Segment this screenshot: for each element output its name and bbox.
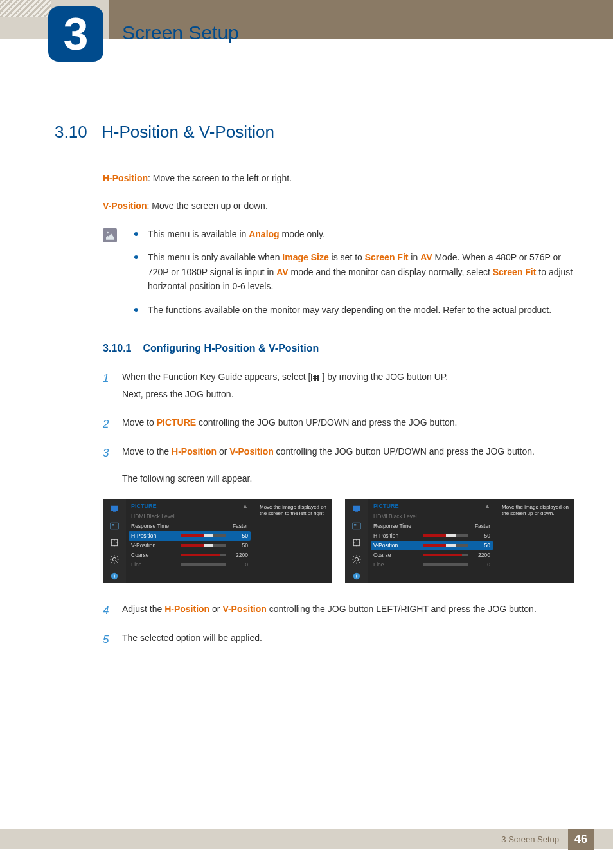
slider-icon — [181, 544, 226, 547]
osd-row-coarse: Coarse2200 — [129, 550, 251, 560]
resize-icon — [108, 536, 121, 548]
osd-icon-column — [345, 499, 368, 583]
slider-icon — [423, 554, 468, 556]
footer-bar: 3 Screen Setup 46 — [0, 829, 613, 849]
section-title: H-Position & V-Position — [102, 122, 274, 142]
header-hatched — [0, 0, 51, 17]
monitor-icon — [350, 503, 363, 515]
osd-panel-hposition: PICTURE▲ HDMI Black Level Response TimeF… — [103, 499, 332, 583]
svg-rect-10 — [353, 505, 360, 511]
resize-icon — [350, 536, 363, 548]
osd-row-vposition: V-Position50 — [129, 541, 251, 550]
osd-row-coarse: Coarse2200 — [371, 550, 493, 560]
picture-icon — [108, 520, 121, 532]
monitor-icon — [108, 503, 121, 515]
slider-icon — [423, 534, 468, 537]
svg-rect-2 — [113, 511, 116, 512]
up-arrow-icon: ▲ — [242, 503, 248, 509]
osd-title: PICTURE — [131, 503, 157, 509]
osd-row-vposition-selected: V-Position50 — [371, 541, 493, 550]
osd-row-response: Response TimeFaster — [129, 521, 251, 531]
step-2: 2 Move to PICTURE controlling the JOG bu… — [103, 414, 574, 431]
hposition-label: H-Position — [103, 173, 148, 183]
osd-row-response: Response TimeFaster — [371, 521, 493, 531]
osd-description: Move the image displayed on the screen u… — [497, 499, 574, 583]
svg-point-6 — [112, 557, 116, 561]
step-5: 5 The selected option will be applied. — [103, 629, 574, 647]
chapter-badge: 3 — [48, 6, 103, 62]
svg-rect-12 — [353, 523, 360, 529]
osd-row-hposition: H-Position50 — [371, 531, 493, 541]
step-number: 1 — [103, 368, 109, 389]
picture-icon — [350, 520, 363, 532]
osd-main-column: PICTURE▲ HDMI Black Level Response TimeF… — [368, 499, 497, 583]
step-number: 5 — [103, 629, 109, 650]
vposition-label: V-Position — [103, 201, 147, 211]
osd-icon-column — [103, 499, 126, 583]
svg-rect-17 — [356, 575, 357, 578]
note-icon — [103, 228, 117, 242]
gear-icon — [108, 554, 121, 566]
svg-rect-9 — [114, 574, 114, 574]
slider-icon — [423, 544, 468, 547]
osd-main-column: PICTURE▲ HDMI Black Level Response TimeF… — [126, 499, 254, 583]
section-heading: 3.10 H-Position & V-Position — [55, 122, 574, 142]
chapter-number: 3 — [64, 12, 89, 57]
svg-rect-13 — [354, 524, 356, 525]
step-number: 2 — [103, 414, 109, 435]
step-number: 4 — [103, 601, 109, 621]
osd-row-fine: Fine0 — [371, 560, 493, 570]
slider-icon — [181, 563, 226, 566]
up-arrow-icon: ▲ — [484, 503, 490, 509]
osd-panel-vposition: PICTURE▲ HDMI Black Level Response TimeF… — [345, 499, 574, 583]
osd-row-hdmi: HDMI Black Level — [371, 512, 493, 521]
slider-icon — [181, 554, 226, 556]
section-number: 3.10 — [55, 122, 87, 142]
svg-rect-3 — [111, 523, 118, 529]
svg-rect-8 — [114, 575, 114, 578]
step-3: 3 Move to the H-Position or V-Position c… — [103, 443, 574, 487]
note-item-vary: The functions available on the monitor m… — [134, 303, 574, 317]
gear-icon — [350, 554, 363, 566]
intro-vposition: V-Position: Move the screen up or down. — [103, 199, 574, 213]
osd-description: Move the image displayed on the screen t… — [254, 499, 332, 583]
page-number: 46 — [568, 829, 594, 850]
chapter-title: Screen Setup — [122, 22, 239, 44]
osd-row-hdmi: HDMI Black Level — [129, 512, 251, 521]
note-item-image-size: This menu is only available when Image S… — [134, 250, 574, 293]
subsection-heading: 3.10.1Configuring H-Position & V-Positio… — [103, 343, 574, 354]
step-1: 1 When the Function Key Guide appears, s… — [103, 368, 574, 402]
svg-point-15 — [355, 557, 358, 561]
svg-point-0 — [107, 232, 109, 234]
footer-text: 3 Screen Setup — [501, 835, 559, 844]
slider-icon — [181, 534, 226, 537]
svg-rect-1 — [111, 505, 118, 511]
hposition-text: : Move the screen to the left or right. — [148, 173, 292, 183]
svg-rect-14 — [353, 539, 359, 545]
svg-rect-11 — [355, 511, 358, 512]
osd-row-hposition-selected: H-Position50 — [129, 531, 251, 541]
slider-icon — [423, 563, 468, 566]
note-item-analog: This menu is available in Analog mode on… — [134, 227, 574, 241]
step-3-sub: The following screen will appear. — [122, 470, 574, 487]
svg-rect-18 — [356, 574, 357, 574]
step-1-sub: Next, press the JOG button. — [122, 386, 574, 403]
info-icon — [108, 570, 121, 583]
subsection-title: Configuring H-Position & V-Position — [143, 343, 319, 354]
subsection-number: 3.10.1 — [103, 343, 131, 354]
svg-rect-5 — [111, 539, 117, 545]
menu-icon — [311, 374, 321, 381]
step-4: 4 Adjust the H-Position or V-Position co… — [103, 601, 574, 618]
note-block: This menu is available in Analog mode on… — [103, 227, 574, 317]
osd-row-fine: Fine0 — [129, 560, 251, 570]
svg-rect-4 — [112, 524, 114, 525]
intro-hposition: H-Position: Move the screen to the left … — [103, 172, 574, 185]
info-icon — [350, 570, 363, 583]
step-number: 3 — [103, 443, 109, 464]
osd-title: PICTURE — [373, 503, 399, 509]
vposition-text: : Move the screen up or down. — [147, 201, 267, 211]
